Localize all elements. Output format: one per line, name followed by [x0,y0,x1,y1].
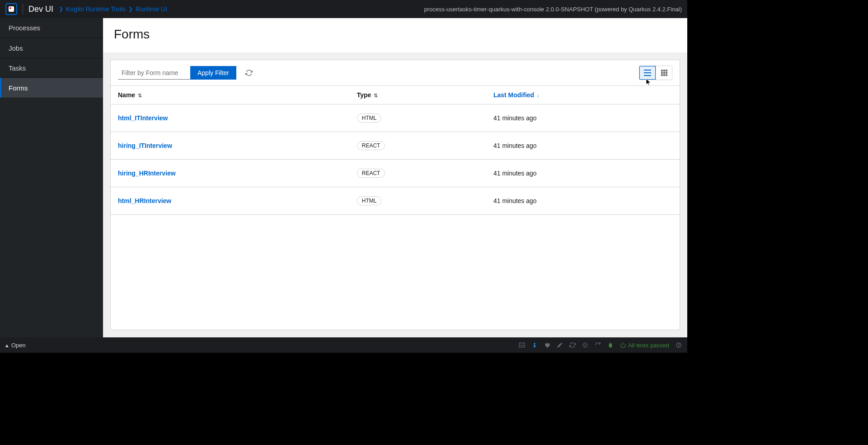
trash-icon[interactable] [607,342,614,348]
svg-rect-6 [661,72,663,74]
pencil-icon[interactable] [557,342,563,348]
open-panel-button[interactable]: ▴ Open [5,342,26,349]
sidebar-item-forms[interactable]: Forms [0,78,103,98]
sidebar-item-jobs[interactable]: Jobs [0,38,103,58]
main-content: Forms Apply Filter [103,18,687,337]
svg-rect-9 [661,74,663,76]
type-badge: REACT [357,169,385,178]
type-badge: REACT [357,141,385,150]
modified-cell: 41 minutes ago [486,104,680,132]
svg-point-16 [585,345,585,345]
view-toggle [639,66,672,80]
breadcrumb-link[interactable]: Runtime UI [136,5,167,13]
form-name-link[interactable]: hiring_HRInterview [118,170,176,177]
svg-rect-8 [666,72,667,74]
svg-rect-2 [644,75,651,76]
svg-rect-7 [663,72,665,74]
svg-rect-0 [644,70,651,71]
grid-view-button[interactable] [656,66,672,80]
svg-rect-3 [661,70,663,71]
breadcrumb-link[interactable]: Kogito Runtime Tools [66,5,126,13]
sidebar-item-label: Tasks [9,64,26,72]
grid-icon [661,70,667,76]
table-row: hiring_ITInterview REACT 41 minutes ago [111,132,680,160]
heart-icon[interactable] [544,342,550,348]
arrow-down-icon: ↓ [537,93,540,98]
person-icon[interactable] [531,342,538,348]
sync-icon[interactable] [569,342,576,348]
modified-cell: 41 minutes ago [486,132,680,160]
table-row: hiring_HRInterview REACT 41 minutes ago [111,160,680,187]
form-name-link[interactable]: hiring_ITInterview [118,142,172,149]
breadcrumb: ❯ Kogito Runtime Tools ❯ Runtime UI [59,5,167,13]
type-badge: HTML [357,114,382,123]
terminal-icon[interactable] [519,342,525,348]
quarkus-logo[interactable] [5,3,17,15]
redo-icon[interactable] [595,342,601,348]
sort-icon: ⇅ [138,93,142,98]
page-header: Forms [103,18,687,52]
page-title: Forms [114,27,676,42]
brand-title: Dev UI [28,5,53,14]
power-icon [620,342,626,348]
forms-table: Name⇅ Type⇅ Last Modified↓ html_ITInterv… [111,86,680,215]
svg-point-18 [679,346,679,346]
modified-cell: 41 minutes ago [486,160,680,187]
sidebar: Processes Jobs Tasks Forms [0,18,103,337]
app-info: process-usertasks-timer-quarkus-with-con… [424,6,682,13]
column-header-type[interactable]: Type⇅ [350,86,486,104]
sidebar-item-label: Processes [9,24,40,32]
table-row: html_HRInterview HTML 41 minutes ago [111,187,680,215]
column-header-name[interactable]: Name⇅ [111,86,350,104]
apply-filter-button[interactable]: Apply Filter [190,66,236,80]
open-label: Open [11,342,26,349]
caret-up-icon: ▴ [5,342,9,349]
chevron-right-icon: ❯ [128,6,133,12]
svg-rect-10 [663,74,665,76]
svg-rect-13 [520,345,524,346]
sidebar-item-label: Forms [9,84,28,92]
filter-input[interactable] [118,66,190,80]
tests-passed-label: All tests passed [628,342,669,349]
list-icon [644,70,651,76]
type-badge: HTML [357,196,382,205]
svg-rect-5 [666,70,667,71]
sidebar-item-tasks[interactable]: Tasks [0,58,103,78]
target-icon[interactable] [582,342,588,348]
svg-rect-1 [644,72,651,73]
tests-passed-button[interactable]: All tests passed [620,342,669,349]
sidebar-item-processes[interactable]: Processes [0,18,103,38]
forms-card: Apply Filter [110,60,680,330]
table-row: html_ITInterview HTML 41 minutes ago [111,104,680,132]
form-name-link[interactable]: html_ITInterview [118,114,168,122]
sidebar-item-label: Jobs [9,44,23,52]
modified-cell: 41 minutes ago [486,187,680,215]
top-header: Dev UI ❯ Kogito Runtime Tools ❯ Runtime … [0,0,687,18]
refresh-button[interactable] [244,67,254,78]
sync-icon [245,69,253,76]
sort-icon: ⇅ [374,93,378,98]
column-header-last-modified[interactable]: Last Modified↓ [486,86,680,104]
status-bar: ▴ Open All tests passed [0,337,687,353]
toolbar: Apply Filter [111,60,680,86]
list-view-button[interactable] [639,66,656,80]
divider [23,4,23,14]
form-name-link[interactable]: html_HRInterview [118,197,171,204]
svg-rect-4 [663,70,665,71]
chevron-right-icon: ❯ [59,6,63,12]
svg-point-14 [534,343,535,345]
help-icon[interactable] [676,342,682,348]
svg-rect-11 [666,74,667,76]
